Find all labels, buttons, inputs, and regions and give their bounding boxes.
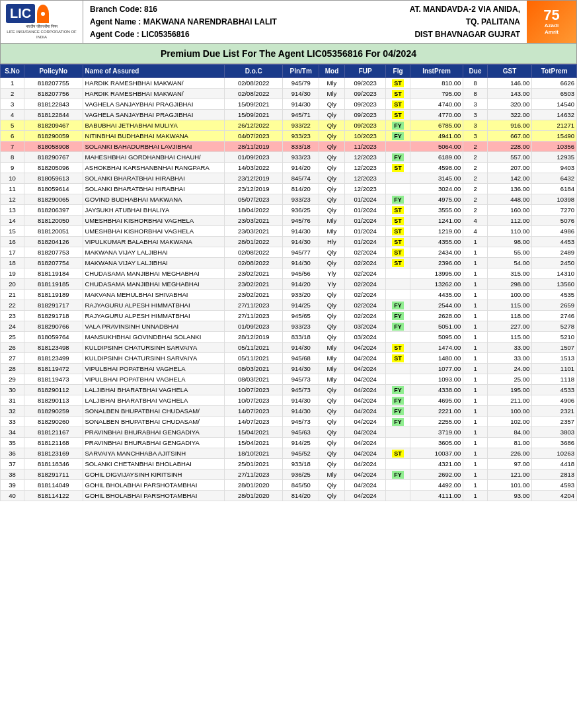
cell-policy: 818207754 [24, 258, 83, 268]
cell-fup: 04/2024 [344, 448, 385, 459]
cell-gst: 115.00 [487, 300, 532, 311]
cell-plntm: 945/52 [283, 448, 319, 459]
cell-sno: 26 [1, 343, 24, 353]
cell-policy: 818119472 [24, 364, 83, 374]
cell-fup: 04/2024 [344, 353, 385, 364]
cell-mod: Yly [319, 279, 344, 290]
cell-plntm: 945/76 [283, 216, 319, 226]
cell-gst: 112.00 [487, 216, 532, 226]
cell-flg [386, 268, 410, 279]
cell-totprem: 14632 [532, 110, 577, 120]
cell-instprem: 3145.00 [410, 173, 463, 184]
cell-fup: 04/2024 [344, 364, 385, 374]
cell-instprem: 4321.00 [410, 459, 463, 469]
table-row: 9 818205096 ASHOKBHAI KARSHANBNHAI RANGP… [1, 163, 577, 173]
cell-policy: 818119189 [24, 290, 83, 300]
cell-doc: 28/01/2022 [224, 237, 282, 247]
cell-fup: 04/2024 [344, 385, 385, 395]
cell-totprem: 2659 [532, 300, 577, 311]
cell-sno: 19 [1, 268, 24, 279]
cell-instprem: 3719.00 [410, 427, 463, 438]
cell-sno: 30 [1, 385, 24, 395]
cell-name: UMESHBHAI KISHORBHAI VAGHELA [83, 216, 224, 226]
cell-name: RAJYAGURU ALPESH HIMMATBHAI [83, 300, 224, 311]
cell-totprem: 1101 [532, 364, 577, 374]
cell-totprem: 14540 [532, 99, 577, 110]
cell-totprem: 10263 [532, 448, 577, 459]
cell-totprem: 6184 [532, 184, 577, 194]
cell-mod: Mly [319, 216, 344, 226]
cell-name: VIPULKUMAR BALABHAI MAKWANA [83, 237, 224, 247]
cell-policy: 818119185 [24, 279, 83, 290]
cell-totprem: 6503 [532, 89, 577, 99]
cell-plntm: 933/23 [283, 321, 319, 332]
cell-doc: 18/04/2022 [224, 205, 282, 216]
cell-policy: 818209467 [24, 120, 83, 131]
cell-sno: 13 [1, 205, 24, 216]
cell-mod: Qly [319, 258, 344, 268]
cell-instprem: 795.00 [410, 89, 463, 99]
page-title: Premium Due List For The Agent LIC053568… [0, 44, 577, 64]
cell-mod: Qly [319, 247, 344, 258]
cell-flg [386, 459, 410, 469]
cell-doc: 14/07/2023 [224, 406, 282, 417]
cell-due: 1 [463, 247, 487, 258]
cell-plntm: 914/25 [283, 438, 319, 448]
cell-instprem: 2628.00 [410, 311, 463, 321]
cell-name: MAKVANA MEHULBHAI SHIVABHAI [83, 290, 224, 300]
cell-name: GOHIL BHOLABHAI PARSHOTAMBHAI [83, 480, 224, 491]
cell-gst: 81.00 [487, 438, 532, 448]
cell-plntm: 936/25 [283, 469, 319, 480]
cell-fup: 01/2024 [344, 205, 385, 216]
table-row: 29 818119473 VIPULBHAI POPATBHAI VAGHELA… [1, 374, 577, 385]
cell-fup: 12/2023 [344, 152, 385, 163]
cell-totprem: 13560 [532, 279, 577, 290]
cell-plntm: 933/20 [283, 290, 319, 300]
cell-sno: 40 [1, 491, 24, 501]
cell-policy: 818122844 [24, 110, 83, 120]
col-due: Due [463, 65, 487, 78]
cell-gst: 143.00 [487, 89, 532, 99]
cell-gst: 54.00 [487, 258, 532, 268]
cell-gst: 322.00 [487, 110, 532, 120]
cell-totprem: 4593 [532, 480, 577, 491]
cell-sno: 33 [1, 417, 24, 427]
cell-plntm: 914/20 [283, 163, 319, 173]
cell-name: RAJYAGURU ALPESH HIMMATBHAI [83, 311, 224, 321]
cell-due: 4 [463, 226, 487, 237]
cell-gst: 448.00 [487, 194, 532, 205]
cell-policy: 818114049 [24, 480, 83, 491]
cell-plntm: 945/65 [283, 311, 319, 321]
cell-plntm: 914/30 [283, 343, 319, 353]
address1: AT. MANDAVDA-2 VIA ANIDA, [410, 5, 520, 14]
cell-due: 8 [463, 89, 487, 99]
cell-policy: 818114122 [24, 491, 83, 501]
cell-fup: 09/2023 [344, 78, 385, 89]
cell-plntm: 933/23 [283, 131, 319, 142]
cell-instprem: 3555.00 [410, 205, 463, 216]
cell-policy: 818123499 [24, 353, 83, 364]
cell-instprem: 1077.00 [410, 364, 463, 374]
cell-doc: 23/02/2021 [224, 290, 282, 300]
cell-flg: ST [386, 205, 410, 216]
cell-due: 1 [463, 374, 487, 385]
cell-instprem: 5095.00 [410, 332, 463, 343]
cell-totprem: 6432 [532, 173, 577, 184]
cell-flg: FY [386, 417, 410, 427]
cell-due: 2 [463, 184, 487, 194]
cell-name: ASHOKBHAI KARSHANBNHAI RANGPARA [83, 163, 224, 173]
cell-flg: ST [386, 89, 410, 99]
cell-doc: 05/11/2021 [224, 353, 282, 364]
table-row: 35 818121168 PRAVINBHAI BHURABHAI GENGAD… [1, 438, 577, 448]
cell-totprem: 21271 [532, 120, 577, 131]
cell-totprem: 14310 [532, 268, 577, 279]
cell-gst: 136.00 [487, 184, 532, 194]
cell-due: 1 [463, 448, 487, 459]
cell-gst: 557.00 [487, 152, 532, 163]
cell-mod: Yly [319, 268, 344, 279]
cell-policy: 818120051 [24, 226, 83, 237]
cell-plntm: 933/23 [283, 194, 319, 205]
cell-plntm: 945/68 [283, 353, 319, 364]
col-plntm: Pln/Tm [283, 65, 319, 78]
cell-sno: 12 [1, 194, 24, 205]
